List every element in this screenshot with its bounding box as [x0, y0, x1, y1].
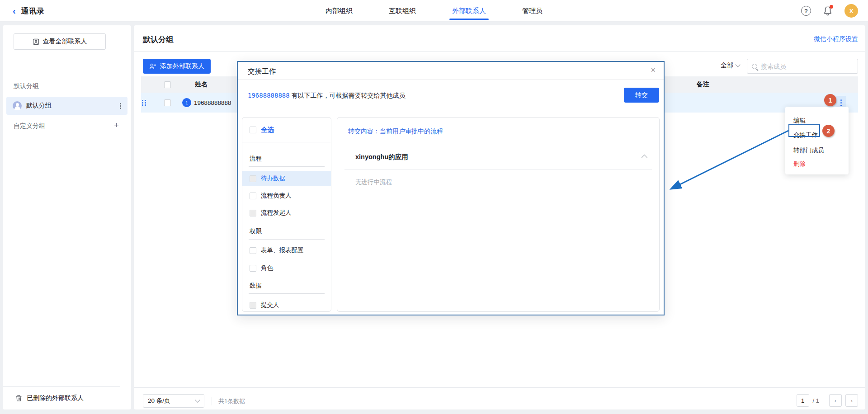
item-label: 待办数据	[261, 174, 285, 183]
section-underline	[249, 293, 325, 294]
select-all-row: 全选	[250, 126, 274, 134]
annotation-step-1: 1	[824, 94, 836, 106]
drag-handle-icon[interactable]	[142, 100, 146, 106]
chevron-down-icon	[735, 62, 740, 67]
bell-icon[interactable]	[823, 6, 833, 16]
item-label: 提交人	[261, 301, 279, 309]
chevron-down-icon	[195, 397, 200, 402]
item-form-report-config[interactable]: 表单、报表配置	[242, 243, 331, 258]
item-checkbox[interactable]	[250, 193, 256, 199]
item-checkbox	[250, 302, 256, 309]
column-remark: 备注	[697, 80, 709, 89]
custom-group-section-label: 自定义分组	[14, 122, 45, 130]
column-name: 姓名	[195, 80, 208, 89]
collapse-icon[interactable]	[642, 155, 647, 160]
transfer-content-panel: 转交内容：当前用户审批中的流程 xinyonghu的应用 无进行中流程	[337, 117, 660, 312]
page-total-label: / 1	[813, 397, 819, 404]
view-all-contacts-label: 查看全部联系人	[43, 38, 87, 46]
view-all-contacts-button[interactable]: 查看全部联系人	[14, 33, 106, 50]
help-icon[interactable]: ?	[801, 6, 811, 16]
sidebar-divider	[3, 386, 120, 387]
section-permission: 权限	[250, 227, 262, 235]
group-avatar-icon	[13, 101, 22, 110]
search-box	[747, 59, 858, 74]
item-checkbox	[250, 210, 256, 216]
tab-internal-org[interactable]: 内部组织	[326, 0, 353, 22]
group-more-icon[interactable]	[120, 103, 121, 109]
pagination: 1 / 1 ‹ ›	[797, 394, 858, 407]
prev-page-button[interactable]: ‹	[829, 394, 842, 407]
tab-admin[interactable]: 管理员	[522, 0, 542, 22]
menu-item-delete[interactable]: 删除	[793, 160, 806, 168]
page-number-input[interactable]: 1	[797, 394, 809, 407]
row-checkbox[interactable]	[164, 99, 171, 106]
modal-header: 交接工作 ×	[238, 62, 664, 80]
search-icon	[752, 64, 757, 69]
row-avatar: 1	[182, 98, 191, 107]
topbar: ‹ 通讯录 内部组织 互联组织 外部联系人 管理员 ? X	[0, 0, 868, 22]
annotation-highlight-box	[788, 124, 820, 137]
row-context-menu: 编辑 交接工作 转部门成员 删除	[785, 107, 849, 174]
phone-number: 19688888888	[248, 92, 290, 99]
menu-item-edit[interactable]: 编辑	[793, 117, 806, 125]
select-all-checkbox[interactable]	[164, 81, 171, 88]
page: ‹ 通讯录 内部组织 互联组织 外部联系人 管理员 ? X 查看全部联系人 默认…	[0, 0, 868, 414]
tab-connected-org[interactable]: 互联组织	[389, 0, 416, 22]
item-role[interactable]: 角色	[242, 260, 331, 276]
section-underline	[249, 166, 325, 167]
handover-modal: 交接工作 × 19688888888 有以下工作，可根据需要转交给其他成员 转交…	[237, 61, 665, 315]
deleted-contacts-label: 已删除的外部联系人	[27, 394, 84, 402]
app-name: xinyonghu的应用	[355, 153, 408, 161]
title-divider	[134, 51, 865, 52]
item-label: 表单、报表配置	[261, 246, 304, 254]
topbar-right: ? X	[801, 0, 858, 22]
next-page-button[interactable]: ›	[845, 394, 858, 407]
user-avatar[interactable]: X	[844, 4, 858, 18]
add-external-contact-button[interactable]: 添加外部联系人	[143, 59, 211, 74]
notification-dot	[830, 5, 833, 9]
transfer-content-header: 转交内容：当前用户审批中的流程	[348, 127, 443, 136]
item-checkbox[interactable]	[250, 265, 256, 272]
panel-divider	[242, 142, 331, 142]
select-all-checkbox[interactable]	[250, 127, 256, 133]
menu-item-transfer-department[interactable]: 转部门成员	[793, 146, 824, 155]
sidebar-item-label: 默认分组	[26, 102, 52, 110]
close-icon[interactable]: ×	[651, 66, 656, 74]
page-size-select[interactable]: 20 条/页	[143, 394, 204, 408]
sidebar-item-default-group[interactable]: 默认分组	[6, 97, 127, 115]
footer-divider	[134, 387, 865, 388]
filter-dropdown[interactable]: 全部	[721, 61, 740, 70]
trash-icon	[15, 395, 22, 402]
transfer-button[interactable]: 转交	[624, 88, 659, 103]
total-count-label: 共1条数据	[212, 397, 245, 405]
add-external-contact-label: 添加外部联系人	[160, 62, 204, 71]
item-pending-data[interactable]: 待办数据	[242, 171, 331, 186]
item-process-initiator[interactable]: 流程发起人	[242, 205, 331, 221]
group-section-label: 默认分组	[14, 82, 39, 90]
section-process: 流程	[250, 155, 262, 163]
mini-program-settings-link[interactable]: 微信小程序设置	[814, 35, 858, 43]
empty-state-text: 无进行中流程	[355, 178, 392, 186]
nav-tabs: 内部组织 互联组织 外部联系人 管理员	[0, 0, 868, 22]
item-submitter[interactable]: 提交人	[242, 297, 331, 313]
app-divider	[344, 169, 652, 169]
search-input[interactable]	[761, 63, 853, 70]
contacts-icon	[33, 38, 39, 45]
item-checkbox[interactable]	[250, 247, 256, 254]
person-add-icon	[149, 63, 156, 70]
message-text: 有以下工作，可根据需要转交给其他成员	[292, 92, 406, 99]
filter-value: 全部	[721, 61, 733, 70]
tab-external-contacts[interactable]: 外部联系人	[452, 0, 486, 22]
modal-title: 交接工作	[248, 67, 276, 76]
item-checkbox	[250, 175, 256, 182]
annotation-step-2: 2	[822, 125, 835, 137]
add-group-icon[interactable]: +	[114, 122, 121, 129]
item-label: 角色	[261, 264, 273, 272]
item-process-owner[interactable]: 流程负责人	[242, 188, 331, 203]
group-title: 默认分组	[143, 34, 174, 45]
work-items-panel: 全选 流程 待办数据 流程负责人 流程发起人 权限 表单、报表配置	[242, 117, 331, 312]
section-data: 数据	[250, 282, 262, 290]
deleted-contacts-link[interactable]: 已删除的外部联系人	[15, 394, 84, 402]
item-label: 流程负责人	[261, 192, 292, 200]
select-all-label[interactable]: 全选	[261, 126, 274, 134]
